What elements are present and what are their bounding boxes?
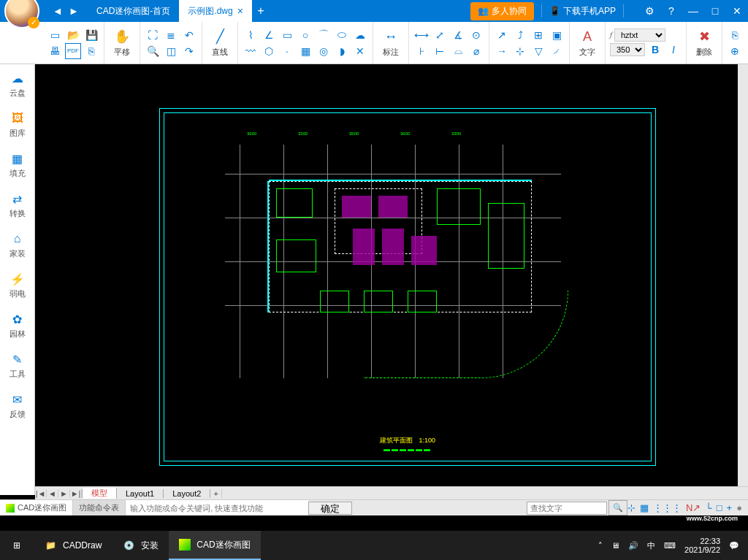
delete-button[interactable]: ✖删除 [691, 26, 717, 59]
pdf-icon[interactable]: PDF [65, 43, 81, 59]
status-cmdtable[interactable]: 功能命令表 [73, 500, 126, 515]
grid2-icon[interactable]: ⋮⋮⋮ [653, 502, 682, 513]
block-icon[interactable]: ▣ [549, 27, 565, 43]
taskbar-folder[interactable]: 📁CADDraw [34, 531, 112, 560]
taskbar-install[interactable]: 💿安装 [112, 531, 169, 560]
dimbase-icon[interactable]: ⊢ [432, 43, 448, 59]
donut-icon[interactable]: ◎ [316, 43, 332, 59]
paste-icon[interactable]: 📋 [745, 27, 748, 43]
ellipse-icon[interactable]: ⬭ [334, 27, 350, 43]
wipeout-icon[interactable]: ✕ [352, 43, 368, 59]
sidebar-feedback[interactable]: ✉反馈 [0, 386, 34, 426]
elev-icon[interactable]: ▽ [530, 43, 546, 59]
osnap-icon[interactable]: □ [717, 502, 722, 513]
sidebar-hatch[interactable]: ▦填充 [0, 145, 34, 185]
3d-icon[interactable]: ◫ [163, 43, 179, 59]
dimdia-icon[interactable]: ⌀ [468, 43, 484, 59]
zoom-icon[interactable]: 🔍 [145, 43, 161, 59]
match-icon[interactable]: 🖌 [745, 43, 748, 59]
dim-button[interactable]: ↔标注 [378, 26, 404, 59]
size-select[interactable]: 350 [610, 43, 645, 56]
tab-layout2[interactable]: Layout2 [164, 489, 210, 498]
add-icon[interactable]: + [727, 502, 733, 513]
sidebar-gallery[interactable]: 🖼图库 [0, 104, 34, 145]
copy-icon[interactable]: ⎘ [727, 27, 743, 43]
close-button[interactable]: ✕ [726, 0, 748, 22]
polyline-icon[interactable]: ⌇ [243, 27, 259, 43]
sidebar-garden[interactable]: ✿园林 [0, 305, 34, 345]
dimlin-icon[interactable]: ⟷ [413, 27, 430, 43]
nav-back[interactable]: ◄ [50, 3, 66, 19]
layout-last[interactable]: ►| [70, 489, 82, 498]
layout-first[interactable]: |◄ [35, 489, 47, 498]
download-app-button[interactable]: 📱 下载手机APP [549, 5, 616, 18]
rect-icon[interactable]: ▭ [279, 27, 295, 43]
dimalign-icon[interactable]: ⤢ [432, 27, 448, 43]
sidebar-convert[interactable]: ⇄转换 [0, 185, 34, 225]
search-input[interactable] [527, 502, 607, 515]
dimang-icon[interactable]: ∡ [450, 27, 466, 43]
layout-add[interactable]: + [210, 489, 222, 498]
command-input[interactable] [126, 500, 308, 515]
leader-icon[interactable]: ↗ [494, 27, 510, 43]
tray-notif-icon[interactable]: 💬 [729, 541, 739, 551]
taskbar-app[interactable]: CAD迷你画图 [169, 531, 260, 560]
maximize-button[interactable]: □ [704, 0, 726, 22]
cloud-icon[interactable]: ☁ [352, 27, 368, 43]
dimarc-icon[interactable]: ⌓ [450, 43, 466, 59]
arc-icon[interactable]: ⌒ [316, 27, 332, 43]
pan-button[interactable]: ✋平移 [109, 26, 135, 59]
sidebar-cloud[interactable]: ☁云盘 [0, 64, 34, 104]
mleader-icon[interactable]: ⤴ [512, 27, 528, 43]
elliparc-icon[interactable]: ◗ [334, 43, 350, 59]
font-select[interactable]: hztxt [614, 28, 665, 42]
arrow-icon[interactable]: → [494, 43, 510, 59]
start-button[interactable]: ⊞ [0, 531, 34, 560]
tray-clock[interactable]: 22:33 2021/9/22 [684, 537, 720, 554]
nav-forward[interactable]: ► [66, 3, 82, 19]
new-icon[interactable]: ▭ [47, 27, 63, 43]
search-button[interactable]: 🔍 [608, 500, 627, 515]
drawing-canvas[interactable]: 3600 3300 3600 3600 3300 建筑平面图 1:100 ▬▬▬… [35, 64, 748, 486]
help-icon[interactable]: ? [660, 0, 682, 22]
print-icon[interactable]: 🖶 [47, 43, 63, 59]
tray-display-icon[interactable]: 🖥 [611, 541, 619, 550]
vertical-scrollbar[interactable] [738, 64, 748, 486]
close-icon[interactable]: × [237, 5, 243, 17]
point-icon[interactable]: · [279, 43, 295, 59]
grid-icon[interactable]: ▦ [640, 502, 649, 513]
table-icon[interactable]: ⊞ [530, 27, 546, 43]
minimize-button[interactable]: — [682, 0, 704, 22]
spline-icon[interactable]: 〰 [243, 43, 259, 59]
layout-next[interactable]: ► [58, 489, 70, 498]
sidebar-electric[interactable]: ⚡弱电 [0, 265, 34, 305]
copybase-icon[interactable]: ⊕ [727, 43, 743, 59]
ok-button[interactable]: 确定 [308, 502, 352, 515]
color-icon[interactable]: ● [736, 502, 742, 513]
text-button[interactable]: A文字 [574, 26, 600, 59]
dimcont-icon[interactable]: ⊦ [413, 43, 430, 59]
tray-up-icon[interactable]: ˄ [598, 541, 603, 551]
perp-icon[interactable]: └ [705, 502, 711, 513]
save-icon[interactable]: 💾 [83, 27, 99, 43]
tab-layout1[interactable]: Layout1 [117, 489, 164, 498]
polygon-icon[interactable]: ⬡ [261, 43, 277, 59]
tab-add-button[interactable]: + [252, 0, 270, 22]
italic-icon[interactable]: I [665, 42, 682, 58]
tray-ime[interactable]: 中 [647, 540, 655, 551]
tab-file[interactable]: 示例图.dwg× [179, 0, 252, 22]
layout-prev[interactable]: ◄ [47, 489, 58, 498]
ortho-icon[interactable]: N↗ [686, 502, 701, 513]
snap-icon[interactable]: ⊹ [627, 502, 636, 513]
angle-icon[interactable]: ∠ [261, 27, 277, 43]
sidebar-home[interactable]: ⌂家装 [0, 225, 34, 265]
undo-icon[interactable]: ↶ [181, 27, 197, 43]
coord-icon[interactable]: ⊹ [512, 43, 528, 59]
collab-button[interactable]: 👥 多人协同 [470, 2, 534, 20]
redo-icon[interactable]: ↷ [181, 43, 197, 59]
slope-icon[interactable]: ⟋ [549, 43, 565, 59]
tab-model[interactable]: 模型 [83, 488, 117, 499]
bold-icon[interactable]: B [647, 42, 663, 58]
hatch-icon[interactable]: ▦ [297, 43, 313, 59]
tray-volume-icon[interactable]: 🔊 [628, 541, 638, 551]
